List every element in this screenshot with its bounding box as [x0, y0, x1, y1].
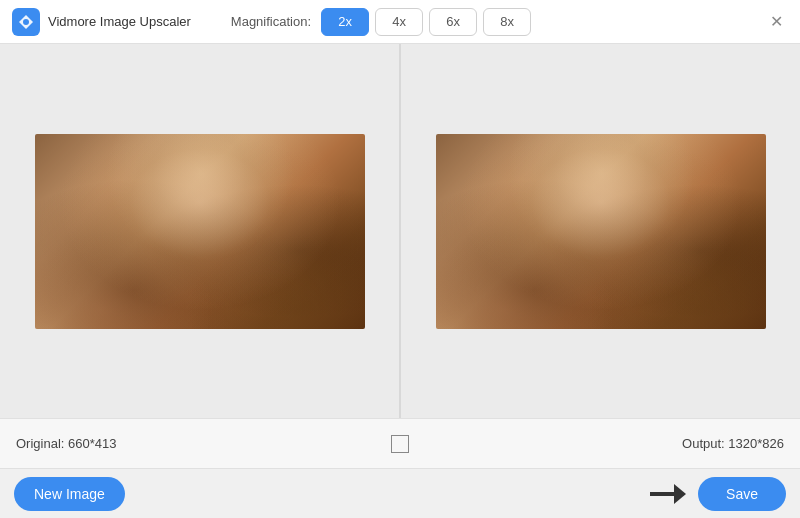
bottom-right-actions: Save: [650, 477, 786, 511]
close-button[interactable]: ✕: [766, 12, 786, 32]
mag-6x-button[interactable]: 6x: [429, 8, 477, 36]
app-title: Vidmore Image Upscaler: [48, 14, 191, 29]
magnification-buttons: 2x 4x 6x 8x: [321, 8, 531, 36]
mag-4x-button[interactable]: 4x: [375, 8, 423, 36]
mag-2x-button[interactable]: 2x: [321, 8, 369, 36]
app-logo-icon: [12, 8, 40, 36]
new-image-button[interactable]: New Image: [14, 477, 125, 511]
original-dimensions: Original: 660*413: [16, 436, 116, 451]
save-button[interactable]: Save: [698, 477, 786, 511]
original-image: [35, 134, 365, 329]
main-content-area: [0, 44, 800, 418]
info-bar: Original: 660*413 Output: 1320*826: [0, 418, 800, 468]
original-image-panel: [0, 44, 399, 418]
compare-icon: [391, 435, 409, 453]
original-image-content: [35, 134, 365, 329]
output-image-content: [436, 134, 766, 329]
svg-point-1: [23, 19, 29, 25]
output-image-panel: [401, 44, 800, 418]
output-dimensions: Output: 1320*826: [682, 436, 784, 451]
svg-rect-2: [650, 492, 676, 496]
bottom-bar: New Image Save: [0, 468, 800, 518]
output-image: [436, 134, 766, 329]
magnification-label: Magnification:: [231, 14, 311, 29]
mag-8x-button[interactable]: 8x: [483, 8, 531, 36]
svg-marker-3: [674, 484, 686, 504]
title-bar: Vidmore Image Upscaler Magnification: 2x…: [0, 0, 800, 44]
arrow-right-icon: [650, 482, 686, 506]
